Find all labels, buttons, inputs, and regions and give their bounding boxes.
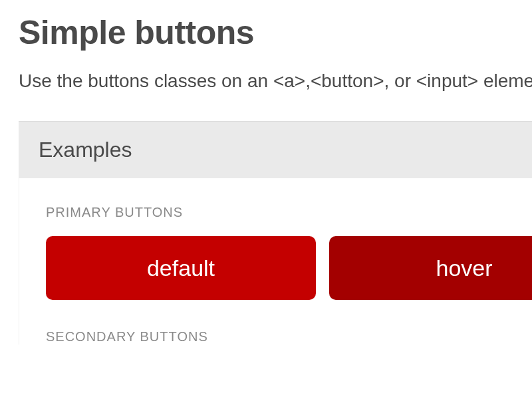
examples-title: Examples <box>39 138 512 162</box>
page-lead-text: Use the buttons classes on an <a>,<butto… <box>19 70 532 92</box>
primary-button-hover[interactable]: hover <box>329 236 532 300</box>
examples-panel: Examples PRIMARY BUTTONS default hover S… <box>19 121 532 344</box>
primary-button-default[interactable]: default <box>46 236 316 300</box>
primary-button-row: default hover <box>46 236 505 300</box>
examples-panel-body: PRIMARY BUTTONS default hover SECONDARY … <box>19 178 532 344</box>
examples-panel-header: Examples <box>19 122 532 178</box>
primary-buttons-label: PRIMARY BUTTONS <box>46 205 505 220</box>
secondary-buttons-label: SECONDARY BUTTONS <box>46 329 505 344</box>
page-heading: Simple buttons <box>19 13 532 52</box>
